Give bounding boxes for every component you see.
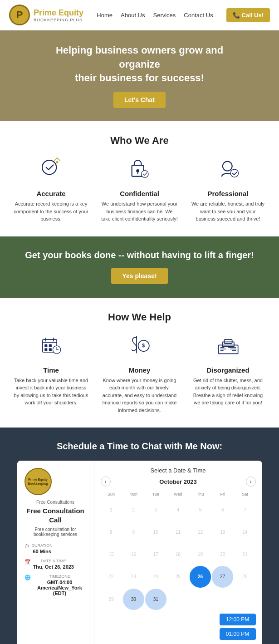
how-we-help-title: How We Help bbox=[9, 311, 270, 323]
green-banner-text: Get your books done -- without having to… bbox=[9, 250, 270, 261]
duration-icon: ⏱ bbox=[24, 544, 29, 549]
calendar-day-4: 4 bbox=[167, 499, 189, 521]
calendly-title: Free Consultation Call bbox=[24, 506, 87, 524]
how-we-help-columns: Time Take back your valuable time and in… bbox=[9, 334, 270, 414]
calendar-day-26[interactable]: 26 bbox=[190, 566, 211, 587]
nav-home[interactable]: Home bbox=[97, 12, 113, 19]
time-icon bbox=[13, 334, 89, 363]
accurate-label: Accurate bbox=[13, 190, 89, 197]
select-datetime-label: Select a Date & Time bbox=[101, 467, 256, 474]
schedule-title: Schedule a Time to Chat with Me Now: bbox=[9, 441, 270, 452]
sun-header: Sun bbox=[101, 491, 122, 497]
who-we-are-section: Who We Are Accurate Accurate record keep… bbox=[0, 121, 279, 236]
datetime-value: Thu, Oct 26, 2023 bbox=[33, 564, 74, 570]
confidential-column: Confidential We understand how personal … bbox=[98, 157, 181, 223]
timezone-label: TIMEZONE bbox=[33, 574, 87, 579]
calendar-day-27[interactable]: 27 bbox=[212, 566, 233, 587]
calendar-day-25: 25 bbox=[167, 566, 189, 587]
disorganized-label: Disorganized bbox=[190, 366, 266, 374]
disorganized-column: Disorganized Get rid of the clutter, mes… bbox=[186, 334, 270, 414]
calendar-day-2: 2 bbox=[123, 499, 144, 521]
calendar-day-16: 16 bbox=[123, 544, 144, 565]
confidential-label: Confidential bbox=[101, 190, 178, 197]
month-navigation: ‹ October 2023 › bbox=[101, 477, 256, 487]
svg-point-6 bbox=[222, 162, 232, 171]
calendly-widget: Prime EquityBookkeeping Free Consultatio… bbox=[17, 461, 262, 644]
calendar-day-17: 17 bbox=[145, 544, 166, 565]
disorganized-icon bbox=[190, 334, 266, 363]
timezone-icon: 🌐 bbox=[24, 575, 31, 580]
calendar-day-21: 21 bbox=[234, 544, 255, 565]
svg-rect-12 bbox=[44, 344, 47, 347]
day-headers: Sun Mon Tue Wed Thu Fri Sat bbox=[101, 491, 256, 497]
calendar-day-24: 24 bbox=[145, 566, 166, 587]
logo-badge: P bbox=[9, 5, 30, 25]
lets-chat-button[interactable]: Let's Chat bbox=[113, 92, 166, 108]
professional-desc: We are reliable, honest, and truly want … bbox=[190, 200, 266, 223]
time-column: Time Take back your valuable time and in… bbox=[9, 334, 93, 414]
nav-about[interactable]: About Us bbox=[121, 12, 145, 19]
calendar-day-18: 18 bbox=[167, 544, 189, 565]
calendar-day-6: 6 bbox=[212, 499, 233, 521]
time-slot-0100[interactable]: 01:00 PM bbox=[220, 628, 256, 640]
next-month-button[interactable]: › bbox=[246, 477, 256, 487]
accurate-icon bbox=[13, 157, 89, 186]
mon-header: Mon bbox=[123, 491, 144, 497]
navbar: P Prime Equity BOOKKEEPING PLUS Home Abo… bbox=[0, 0, 279, 30]
calendar-day-10: 10 bbox=[145, 521, 166, 543]
svg-rect-13 bbox=[49, 344, 51, 347]
datetime-detail: 📅 DATE & TIME Thu, Oct 26, 2023 bbox=[24, 559, 87, 570]
time-label: Time bbox=[13, 366, 89, 374]
calendar-day-3: 3 bbox=[145, 499, 166, 521]
money-column: $ Money Know where your money is going e… bbox=[98, 334, 181, 414]
free-consultations-label: Free Consultations bbox=[24, 500, 87, 505]
time-slot-1200[interactable]: 12:00 PM bbox=[220, 614, 256, 625]
yes-please-button[interactable]: Yes please! bbox=[111, 268, 167, 284]
calendar-day-28: 28 bbox=[234, 566, 255, 587]
professional-label: Professional bbox=[190, 190, 266, 197]
timezone-detail: 🌐 TIMEZONE GMT-04:00 America/New_York (E… bbox=[24, 574, 87, 596]
calendar-grid: 1234567891011121314151617181920212223242… bbox=[101, 499, 256, 610]
calendar-day-23: 23 bbox=[123, 566, 144, 587]
who-we-are-title: Who We Are bbox=[9, 135, 270, 147]
calendar-day-13: 13 bbox=[212, 521, 233, 543]
svg-point-7 bbox=[230, 169, 238, 177]
time-slots: 12:00 PM 01:00 PM bbox=[101, 614, 256, 640]
calendar-day-31[interactable]: 31 bbox=[145, 589, 166, 610]
how-we-help-section: How We Help Time Take back bbox=[0, 298, 279, 428]
duration-label: DURATION bbox=[32, 543, 53, 548]
calendar-day-19: 19 bbox=[190, 544, 211, 565]
calendar-day-30[interactable]: 30 bbox=[123, 589, 144, 610]
green-banner-section: Get your books done -- without having to… bbox=[0, 236, 279, 298]
svg-point-1 bbox=[56, 161, 58, 163]
fri-header: Fri bbox=[212, 491, 233, 497]
calendar-day-5: 5 bbox=[190, 499, 211, 521]
duration-value: 60 Mins bbox=[32, 549, 53, 554]
datetime-label: DATE & TIME bbox=[33, 559, 74, 563]
calendar-day-7: 7 bbox=[234, 499, 255, 521]
wed-header: Wed bbox=[167, 491, 189, 497]
svg-point-5 bbox=[141, 171, 148, 178]
accurate-column: Accurate Accurate record keeping is a ke… bbox=[9, 157, 93, 223]
nav-services[interactable]: Services bbox=[153, 12, 176, 19]
logo-name: Prime Equity bbox=[34, 8, 83, 18]
calendar-day-11: 11 bbox=[167, 521, 189, 543]
duration-detail: ⏱ DURATION 60 Mins bbox=[24, 543, 87, 554]
calendar-day-12: 12 bbox=[190, 521, 211, 543]
hero-content: Helping business owners grow and organiz… bbox=[49, 44, 230, 108]
svg-point-0 bbox=[42, 160, 56, 174]
logo-text: Prime Equity BOOKKEEPING PLUS bbox=[34, 8, 83, 22]
hero-section: Helping business owners grow and organiz… bbox=[0, 30, 279, 121]
schedule-section: Schedule a Time to Chat with Me Now: Pri… bbox=[0, 428, 279, 644]
prev-month-button[interactable]: ‹ bbox=[101, 477, 111, 487]
calendar-day-14: 14 bbox=[234, 521, 255, 543]
tue-header: Tue bbox=[145, 491, 166, 497]
nav-links: Home About Us Services Contact Us bbox=[97, 12, 213, 19]
calendar-day-15: 15 bbox=[101, 544, 122, 565]
logo: P Prime Equity BOOKKEEPING PLUS bbox=[9, 5, 83, 25]
calendly-left-panel: Prime EquityBookkeeping Free Consultatio… bbox=[17, 461, 94, 644]
calendar-day-20: 20 bbox=[212, 544, 233, 565]
call-button[interactable]: 📞 Call Us! bbox=[226, 8, 270, 22]
nav-contact[interactable]: Contact Us bbox=[184, 12, 213, 19]
money-desc: Know where your money is going each mont… bbox=[101, 377, 178, 414]
